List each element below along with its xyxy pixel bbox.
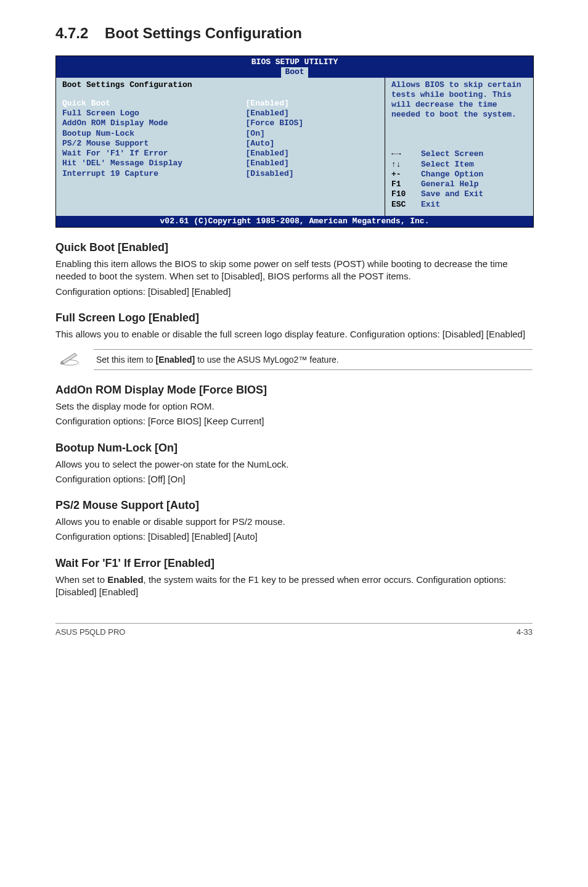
bios-tab-row: Boot [56, 67, 533, 77]
bios-nav-row: +-Change Option [391, 170, 527, 179]
bios-setting-value: [Auto] [246, 139, 275, 149]
bios-nav-desc: Save and Exit [421, 189, 483, 199]
footer-left: ASUS P5QLD PRO [55, 627, 125, 637]
bios-setting-row[interactable]: Full Screen Logo[Enabled] [62, 109, 378, 118]
bios-setting-value: [Force BIOS] [246, 118, 304, 128]
numlock-p2: Configuration options: [Off] [On] [55, 473, 533, 485]
addon-heading: AddOn ROM Display Mode [Force BIOS] [55, 384, 533, 397]
bios-setting-row[interactable]: Bootup Num-Lock[On] [62, 129, 378, 139]
fullscreen-heading: Full Screen Logo [Enabled] [55, 311, 533, 324]
addon-p1: Sets the display mode for option ROM. [55, 400, 533, 413]
bios-nav-key: F1 [391, 179, 421, 189]
quickboot-p2: Configuration options: [Disabled] [Enabl… [55, 286, 533, 298]
bios-setting-label: Interrupt 19 Capture [62, 169, 246, 179]
pencil-icon [55, 351, 84, 368]
bios-nav-key: ←→ [391, 149, 421, 159]
ps2-p1: Allows you to enable or disable support … [55, 516, 533, 528]
ps2-p2: Configuration options: [Disabled] [Enabl… [55, 530, 533, 543]
numlock-p1: Allows you to select the power-on state … [55, 458, 533, 471]
footer-right: 4-33 [517, 627, 533, 637]
bios-nav-desc: General Help [421, 179, 479, 189]
fullscreen-p1: This allows you to enable or disable the… [55, 328, 533, 340]
waitf1-bold: Enabled [107, 574, 143, 585]
note-block: Set this item to [Enabled] to use the AS… [55, 349, 533, 370]
bios-nav-key: ↑↓ [391, 160, 421, 170]
bios-nav-key: F10 [391, 189, 421, 199]
note-pre: Set this item to [96, 355, 155, 365]
bios-setting-row[interactable]: AddOn ROM Display Mode[Force BIOS] [62, 118, 378, 128]
section-title-text: Boot Settings Configuration [105, 25, 302, 41]
quickboot-heading: Quick Boot [Enabled] [55, 241, 533, 254]
bios-setting-value: [Enabled] [246, 99, 289, 109]
bios-nav-row: F10Save and Exit [391, 189, 527, 199]
quickboot-p1: Enabling this item allows the BIOS to sk… [55, 258, 533, 283]
bios-nav-key: ESC [391, 200, 421, 210]
bios-setting-label: Wait For 'F1' If Error [62, 149, 246, 159]
bios-nav-key: +- [391, 170, 421, 179]
bios-setting-label: PS/2 Mouse Support [62, 139, 246, 149]
note-text: Set this item to [Enabled] to use the AS… [94, 349, 533, 370]
bios-nav-desc: Exit [421, 200, 440, 210]
bios-tab-boot[interactable]: Boot [281, 67, 308, 77]
bios-setting-value: [Enabled] [246, 159, 289, 168]
bios-nav-row: ←→Select Screen [391, 149, 527, 159]
bios-setting-label: Quick Boot [62, 99, 246, 109]
bios-setting-row[interactable]: Quick Boot[Enabled] [62, 99, 378, 109]
numlock-heading: Bootup Num-Lock [On] [55, 442, 533, 455]
bios-setting-value: [On] [246, 129, 265, 139]
bios-setting-label: Hit 'DEL' Message Display [62, 159, 246, 168]
bios-setting-value: [Enabled] [246, 149, 289, 159]
bios-setting-row[interactable]: Hit 'DEL' Message Display[Enabled] [62, 159, 378, 168]
bios-setting-value: [Disabled] [246, 169, 294, 179]
bios-setting-label: AddOn ROM Display Mode [62, 118, 246, 128]
addon-p2: Configuration options: [Force BIOS] [Kee… [55, 415, 533, 427]
svg-marker-1 [62, 353, 77, 364]
waitf1-heading: Wait For 'F1' If Error [Enabled] [55, 557, 533, 570]
bios-title: BIOS SETUP UTILITY [56, 56, 533, 67]
page-footer: ASUS P5QLD PRO 4-33 [55, 623, 533, 637]
bios-nav-row: ESCExit [391, 200, 527, 210]
ps2-heading: PS/2 Mouse Support [Auto] [55, 499, 533, 512]
bios-setting-label: Bootup Num-Lock [62, 129, 246, 139]
bios-setting-row[interactable]: PS/2 Mouse Support[Auto] [62, 139, 378, 149]
bios-setting-row[interactable]: Wait For 'F1' If Error[Enabled] [62, 149, 378, 159]
bios-nav-keys: ←→Select Screen↑↓Select Item+-Change Opt… [391, 149, 527, 210]
bios-window: BIOS SETUP UTILITY Boot Boot Settings Co… [55, 56, 534, 228]
waitf1-p: When set to Enabled, the system waits fo… [55, 574, 533, 599]
bios-nav-desc: Change Option [421, 170, 483, 179]
bios-setting-value: [Enabled] [246, 109, 289, 118]
bios-help-text: Allows BIOS to skip certain tests while … [391, 80, 527, 120]
bios-nav-row: ↑↓Select Item [391, 160, 527, 170]
waitf1-pre: When set to [55, 574, 107, 585]
bios-nav-row: F1General Help [391, 179, 527, 189]
section-heading: 4.7.2 Boot Settings Configuration [55, 25, 533, 42]
bios-help-panel: Allows BIOS to skip certain tests while … [385, 78, 533, 216]
bios-config-header: Boot Settings Configuration [62, 80, 378, 90]
section-number: 4.7.2 [55, 25, 88, 41]
bios-footer: v02.61 (C)Copyright 1985-2008, American … [56, 216, 533, 227]
bios-nav-desc: Select Item [421, 160, 474, 170]
bios-setting-label: Full Screen Logo [62, 109, 246, 118]
bios-settings-panel: Boot Settings Configuration Quick Boot[E… [56, 78, 385, 216]
note-bold: [Enabled] [155, 355, 195, 365]
bios-nav-desc: Select Screen [421, 149, 483, 159]
note-post: to use the ASUS MyLogo2™ feature. [195, 355, 338, 365]
bios-setting-row[interactable]: Interrupt 19 Capture[Disabled] [62, 169, 378, 179]
